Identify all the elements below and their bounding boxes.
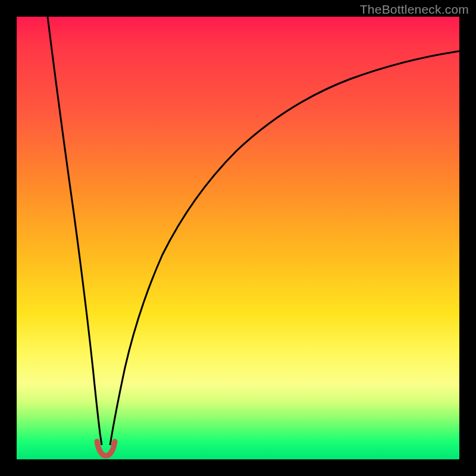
chart-frame: TheBottleneck.com [0,0,476,476]
curve-right-branch [110,51,459,445]
bottleneck-curve [17,17,459,459]
chart-plot-area [17,17,459,459]
watermark-text: TheBottleneck.com [360,2,469,17]
curve-notch [97,441,115,456]
curve-left-branch [48,17,102,445]
